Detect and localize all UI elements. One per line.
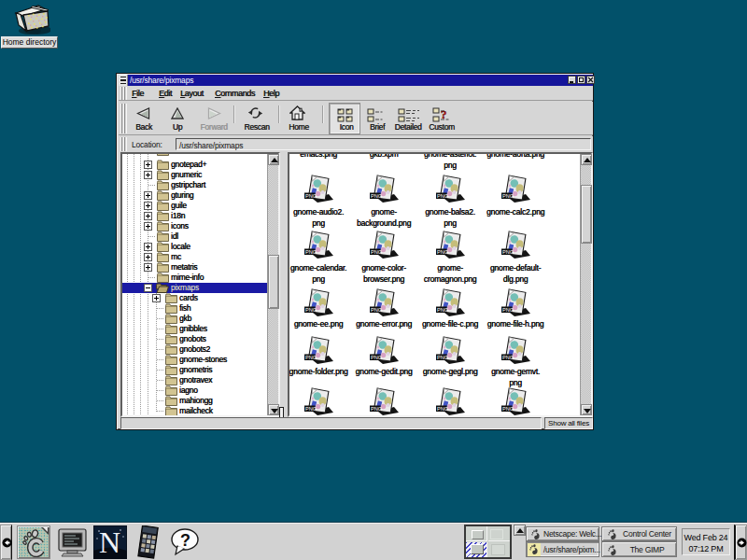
svg-text:N: N bbox=[99, 525, 120, 559]
svg-text:?: ? bbox=[180, 531, 190, 550]
svg-text:?: ? bbox=[441, 107, 447, 121]
